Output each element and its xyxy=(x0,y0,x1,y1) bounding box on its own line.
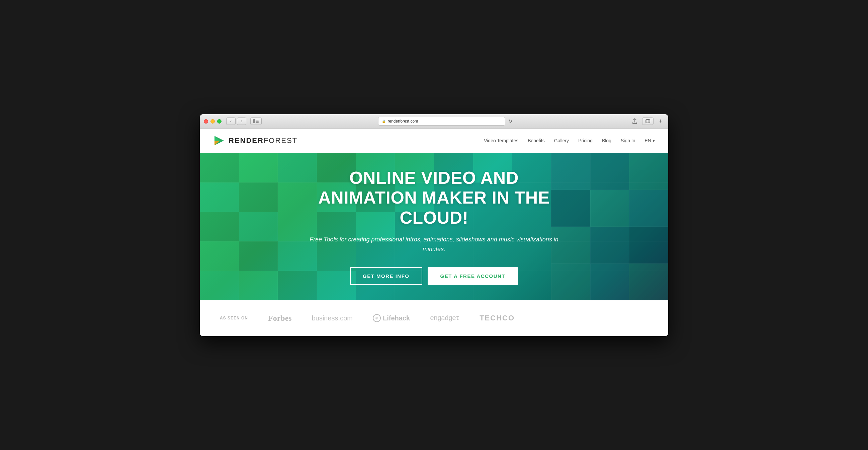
share-button[interactable] xyxy=(630,118,640,125)
logo[interactable]: RENDERFOREST xyxy=(213,134,298,147)
svg-rect-1 xyxy=(256,120,259,121)
sidebar-button[interactable] xyxy=(250,118,262,125)
forward-button[interactable]: › xyxy=(237,118,246,125)
hero-content: ONLINE VIDEO AND ANIMATION MAKER IN THE … xyxy=(290,168,578,285)
get-free-account-button[interactable]: GET A FREE ACCOUNT xyxy=(428,267,518,285)
browser-actions: + xyxy=(630,118,664,125)
forbes-logo: Forbes xyxy=(268,314,292,323)
browser-titlebar: ‹ › 🔒 renderforest.com ↻ xyxy=(200,114,668,129)
lock-icon: 🔒 xyxy=(382,120,386,123)
site-navbar: RENDERFOREST Video Templates Benefits Ga… xyxy=(200,129,668,153)
nav-benefits[interactable]: Benefits xyxy=(528,138,545,143)
hero-title: ONLINE VIDEO AND ANIMATION MAKER IN THE … xyxy=(304,168,564,228)
nav-blog[interactable]: Blog xyxy=(602,138,611,143)
reload-button[interactable]: ↻ xyxy=(506,118,514,125)
svg-rect-0 xyxy=(253,119,255,123)
brand-logos-row: Forbes business.com © Lifehack engadget … xyxy=(268,314,648,323)
as-seen-on-label: AS SEEN ON xyxy=(220,316,248,321)
business-com-logo: business.com xyxy=(312,314,353,322)
svg-rect-2 xyxy=(256,121,259,122)
maximize-button[interactable] xyxy=(217,119,221,124)
hero-section: ONLINE VIDEO AND ANIMATION MAKER IN THE … xyxy=(200,153,668,300)
nav-video-templates[interactable]: Video Templates xyxy=(484,138,518,143)
hero-buttons: GET MORE INFO GET A FREE ACCOUNT xyxy=(304,267,564,285)
close-button[interactable] xyxy=(204,119,208,124)
logo-text: RENDERFOREST xyxy=(228,136,298,145)
back-button[interactable]: ‹ xyxy=(226,118,236,125)
website-content: RENDERFOREST Video Templates Benefits Ga… xyxy=(200,129,668,336)
url-text: renderforest.com xyxy=(388,119,418,124)
new-tab-button[interactable]: + xyxy=(657,118,664,125)
nav-gallery[interactable]: Gallery xyxy=(554,138,569,143)
address-bar[interactable]: 🔒 renderforest.com xyxy=(378,117,505,125)
tab-overview-button[interactable] xyxy=(642,118,653,125)
nav-buttons: ‹ › xyxy=(226,118,246,125)
svg-rect-3 xyxy=(256,122,259,123)
browser-window: ‹ › 🔒 renderforest.com ↻ xyxy=(200,114,668,336)
logo-icon xyxy=(213,134,225,147)
nav-pricing[interactable]: Pricing xyxy=(578,138,593,143)
nav-links: Video Templates Benefits Gallery Pricing… xyxy=(484,138,655,143)
engadget-logo: engadget xyxy=(430,314,459,322)
lifehack-circle-icon: © xyxy=(373,314,381,322)
techco-logo: TECHCO xyxy=(479,314,515,323)
language-selector[interactable]: EN ▾ xyxy=(645,138,655,143)
hero-subtitle: Free Tools for creating professional int… xyxy=(304,235,564,254)
svg-rect-5 xyxy=(647,120,649,123)
traffic-lights xyxy=(204,119,221,124)
as-seen-on-section: AS SEEN ON Forbes business.com © Lifehac… xyxy=(200,300,668,336)
lifehack-logo: © Lifehack xyxy=(373,314,410,322)
minimize-button[interactable] xyxy=(211,119,215,124)
get-more-info-button[interactable]: GET MORE INFO xyxy=(350,267,422,285)
svg-rect-4 xyxy=(646,120,650,123)
address-bar-area: 🔒 renderforest.com ↻ xyxy=(265,117,627,125)
nav-signin[interactable]: Sign In xyxy=(621,138,636,143)
